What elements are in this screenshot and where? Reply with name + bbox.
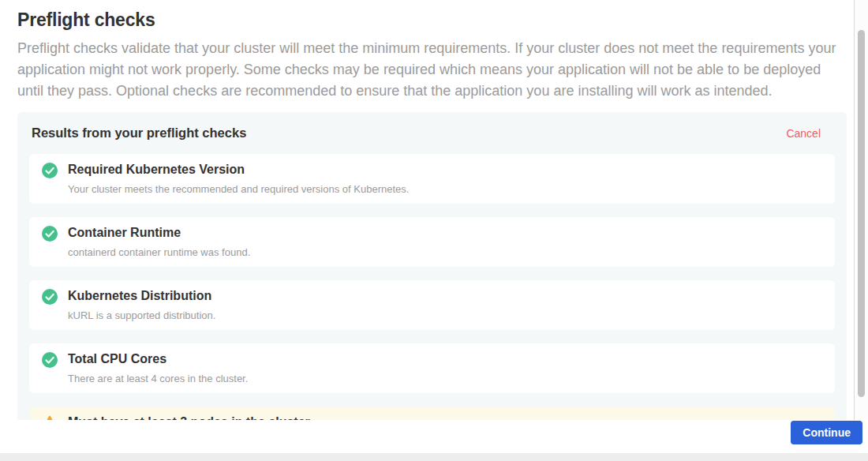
- preflight-check-row: Required Kubernetes Version Your cluster…: [29, 154, 835, 204]
- check-circle-icon: [42, 352, 58, 368]
- scrollbar-track[interactable]: [855, 0, 868, 420]
- check-title: Total CPU Cores: [68, 351, 248, 367]
- check-text: Required Kubernetes Version Your cluster…: [68, 162, 409, 195]
- scroll-area: Preflight checks Preflight checks valida…: [0, 0, 855, 420]
- check-title: Required Kubernetes Version: [68, 162, 409, 178]
- page-content: Preflight checks Preflight checks valida…: [0, 0, 854, 420]
- continue-button[interactable]: Continue: [791, 421, 862, 444]
- cancel-link[interactable]: Cancel: [786, 127, 821, 140]
- footer-bar: Continue: [0, 420, 868, 453]
- page-description: Preflight checks validate that your clus…: [17, 38, 840, 102]
- check-title: Kubernetes Distribution: [68, 288, 215, 304]
- preflight-check-row: Kubernetes Distribution kURL is a suppor…: [29, 280, 835, 330]
- check-message: containerd container runtime was found.: [68, 246, 250, 258]
- check-text: Kubernetes Distribution kURL is a suppor…: [68, 288, 215, 321]
- page-title: Preflight checks: [17, 9, 854, 31]
- panel-title: Results from your preflight checks: [32, 126, 246, 141]
- check-circle-icon: [42, 289, 58, 305]
- bottom-strip: [0, 453, 868, 461]
- check-message: kURL is a supported distribution.: [68, 309, 215, 321]
- check-circle-icon: [42, 226, 58, 242]
- check-title: Must have at least 3 nodes in the cluste…: [68, 414, 310, 420]
- check-title: Container Runtime: [68, 225, 250, 241]
- check-text: Container Runtime containerd container r…: [68, 225, 250, 258]
- preflight-page: Preflight checks Preflight checks valida…: [0, 0, 868, 461]
- preflight-check-row: Total CPU Cores There are at least 4 cor…: [29, 343, 835, 393]
- scrollbar-thumb[interactable]: [858, 30, 865, 397]
- preflight-results-panel: Results from your preflight checks Cance…: [17, 112, 847, 420]
- check-message: There are at least 4 cores in the cluste…: [68, 373, 248, 384]
- check-message: Your cluster meets the recommended and r…: [68, 183, 409, 195]
- preflight-check-row: Must have at least 3 nodes in the cluste…: [29, 407, 835, 420]
- preflight-check-row: Container Runtime containerd container r…: [29, 217, 835, 267]
- check-circle-icon: [42, 163, 58, 178]
- check-text: Must have at least 3 nodes in the cluste…: [68, 414, 310, 420]
- panel-header: Results from your preflight checks Cance…: [32, 124, 835, 141]
- check-text: Total CPU Cores There are at least 4 cor…: [68, 351, 248, 384]
